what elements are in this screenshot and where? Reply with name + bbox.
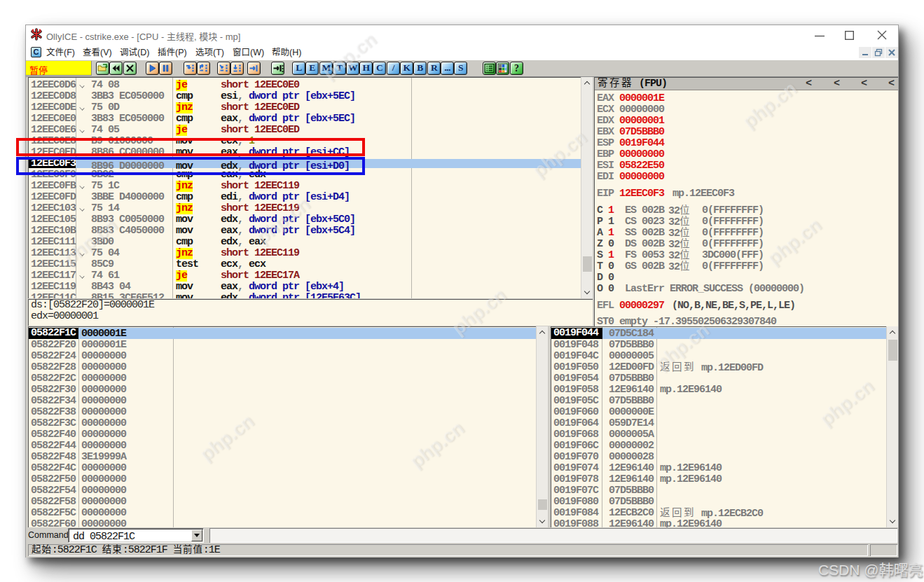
svg-text:?: ? <box>514 63 519 74</box>
